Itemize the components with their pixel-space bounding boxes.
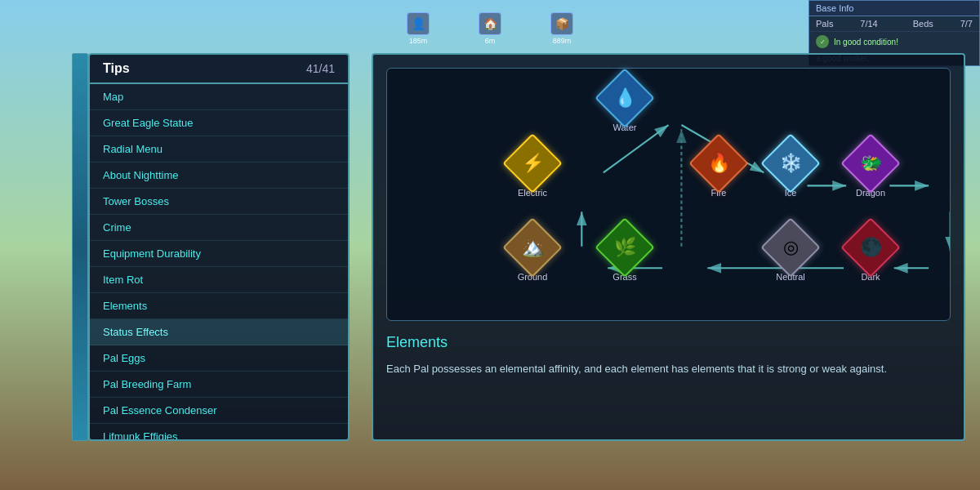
base-info-title: Base Info bbox=[809, 1, 979, 16]
element-diamond-grass: 🌿 bbox=[595, 217, 655, 278]
element-node-neutral: ◎Neutral bbox=[769, 226, 812, 282]
tip-item-elements[interactable]: Elements bbox=[90, 293, 348, 319]
base-info-status: ✓ In good condition! bbox=[809, 32, 979, 51]
element-diamond-neutral: ◎ bbox=[760, 217, 821, 278]
tip-item-pal-eggs[interactable]: Pal Eggs bbox=[90, 345, 348, 372]
hud-home-distance: 🏠 6m bbox=[479, 12, 501, 45]
element-diamond-fire: 🔥 bbox=[688, 133, 749, 194]
hud-chest-distance: 📦 889m bbox=[550, 12, 573, 45]
pals-value: 7/14 bbox=[860, 19, 877, 29]
tip-item-equipment-durability[interactable]: Equipment Durability bbox=[90, 241, 348, 267]
home-distance-label: 6m bbox=[485, 37, 496, 45]
tip-item-status-effects[interactable]: Status Effects bbox=[90, 319, 348, 345]
content-body-text: Each Pal possesses an elemental affinity… bbox=[386, 361, 951, 378]
element-diamond-ice: ❄️ bbox=[760, 133, 821, 194]
tips-header: Tips 41/41 bbox=[90, 55, 348, 84]
tip-item-about-nighttime[interactable]: About Nighttime bbox=[90, 163, 348, 189]
status-text: In good condition! bbox=[834, 38, 898, 47]
tip-item-pal-breeding-farm[interactable]: Pal Breeding Farm bbox=[90, 372, 348, 398]
status-dot-icon: ✓ bbox=[816, 35, 829, 48]
base-info-pals-row: Pals 7/14 Beds 7/7 bbox=[809, 16, 979, 32]
beds-value: 7/7 bbox=[960, 19, 973, 29]
tip-item-map[interactable]: Map bbox=[90, 84, 348, 110]
element-diagram: 💧Water🔥Fire❄️Ice🐲Dragon⚡Electric🏔️Ground… bbox=[386, 68, 951, 321]
element-diamond-dark: 🌑 bbox=[840, 217, 901, 278]
player-icon: 👤 bbox=[407, 12, 430, 35]
pals-label: Pals bbox=[816, 19, 833, 29]
home-icon: 🏠 bbox=[479, 12, 501, 35]
element-node-grass: 🌿Grass bbox=[604, 226, 646, 282]
element-diamond-water: 💧 bbox=[595, 68, 655, 128]
element-node-fire: 🔥Fire bbox=[697, 142, 740, 198]
content-section-title: Elements bbox=[386, 334, 951, 351]
element-node-electric: ⚡Electric bbox=[511, 142, 554, 198]
chest-icon: 📦 bbox=[550, 12, 573, 35]
tips-title: Tips bbox=[103, 61, 130, 76]
element-node-dragon: 🐲Dragon bbox=[849, 142, 892, 198]
element-node-dark: 🌑Dark bbox=[849, 226, 892, 282]
tip-item-radial-menu[interactable]: Radial Menu bbox=[90, 136, 348, 163]
chest-distance-label: 889m bbox=[553, 37, 572, 45]
left-border-decoration bbox=[72, 53, 88, 441]
tips-panel: Tips 41/41 MapGreat Eagle StatueRadial M… bbox=[88, 53, 350, 441]
tips-count: 41/41 bbox=[306, 62, 335, 75]
player-distance-label: 185m bbox=[409, 37, 428, 45]
tip-item-item-rot[interactable]: Item Rot bbox=[90, 267, 348, 293]
element-diamond-dragon: 🐲 bbox=[840, 133, 901, 194]
tip-item-lifmunk-effigies[interactable]: Lifmunk Effigies bbox=[90, 424, 348, 439]
element-node-water: 💧Water bbox=[604, 77, 646, 132]
hud-player-distance: 👤 185m bbox=[407, 12, 430, 45]
element-diamond-electric: ⚡ bbox=[502, 133, 563, 194]
content-panel: 💧Water🔥Fire❄️Ice🐲Dragon⚡Electric🏔️Ground… bbox=[372, 53, 965, 441]
element-diamond-ground: 🏔️ bbox=[502, 217, 563, 278]
tip-item-crime[interactable]: Crime bbox=[90, 215, 348, 241]
tip-item-pal-essence-condenser[interactable]: Pal Essence Condenser bbox=[90, 398, 348, 424]
tip-item-great-eagle-statue[interactable]: Great Eagle Statue bbox=[90, 110, 348, 136]
tips-list[interactable]: MapGreat Eagle StatueRadial MenuAbout Ni… bbox=[90, 84, 348, 439]
tip-item-tower-bosses[interactable]: Tower Bosses bbox=[90, 189, 348, 215]
beds-label: Beds bbox=[913, 19, 933, 29]
element-node-ground: 🏔️Ground bbox=[511, 226, 554, 282]
element-node-ice: ❄️Ice bbox=[769, 142, 812, 198]
